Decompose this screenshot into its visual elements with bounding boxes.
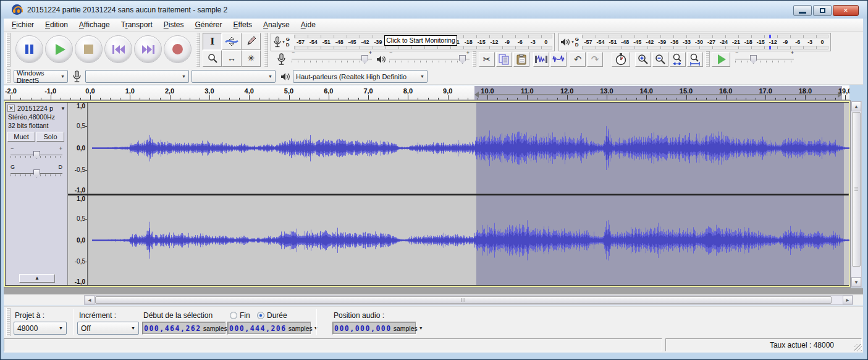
- zoom-in-button[interactable]: [635, 52, 651, 67]
- record-button[interactable]: [164, 35, 192, 63]
- solo-button[interactable]: Solo: [36, 132, 64, 142]
- menu-item-effets[interactable]: Effets: [228, 19, 258, 30]
- ruler-tick: [686, 95, 687, 100]
- gain-thumb[interactable]: [33, 151, 40, 159]
- output-device-select[interactable]: Haut-parleurs (Realtek High Definitio▼: [293, 70, 428, 83]
- amplitude-label: 1,0: [77, 103, 85, 109]
- transport-toolbar-grabber[interactable]: [6, 33, 11, 67]
- audio-position-counter[interactable]: 000,000,000samples▼: [332, 322, 416, 335]
- scroll-up-icon[interactable]: ▲: [851, 101, 861, 111]
- pause-button[interactable]: [15, 35, 43, 63]
- input-channels-select[interactable]: ▼: [192, 70, 276, 83]
- play-at-speed-button[interactable]: [712, 52, 730, 67]
- output-volume-slider[interactable]: −+: [389, 55, 470, 64]
- title-bar[interactable]: 20151224 partie 20131224 sans aucun trai…: [1, 1, 867, 19]
- menu-item-générer[interactable]: Générer: [189, 19, 227, 30]
- menu-item-transport[interactable]: Transport: [116, 19, 158, 30]
- copy-button[interactable]: [496, 52, 512, 67]
- restore-button[interactable]: [813, 5, 832, 16]
- horizontal-scroll-thumb[interactable]: [95, 296, 832, 304]
- minus-label: −: [735, 49, 738, 56]
- menu-item-aide[interactable]: Aide: [295, 19, 321, 30]
- stop-button[interactable]: [75, 35, 103, 63]
- vertical-scale-right-channel[interactable]: 1,00,50,0-0,5-1,0: [68, 195, 88, 285]
- meter-dropdown-icon[interactable]: ▼: [571, 40, 575, 44]
- speaker-icon: [560, 38, 570, 46]
- skip-to-end-button[interactable]: [134, 35, 162, 63]
- audio-host-select[interactable]: Windows DirectS▼: [14, 70, 68, 83]
- skip-to-start-button[interactable]: [104, 35, 132, 63]
- vertical-scale-left-channel[interactable]: 1,00,50,0-0,5-1,0: [68, 103, 88, 194]
- project-rate-select[interactable]: 48000▼: [14, 322, 67, 335]
- waveform-left-channel[interactable]: [88, 103, 849, 194]
- ruler-tick: [61, 98, 61, 100]
- selection-toolbar-grabber[interactable]: [6, 308, 11, 336]
- track-menu-icon[interactable]: ▼: [61, 106, 65, 111]
- menu-item-analyse[interactable]: Analyse: [258, 19, 295, 30]
- monitoring-tooltip[interactable]: Click to Start Monitoring: [384, 35, 457, 46]
- fit-selection-button[interactable]: [670, 52, 686, 67]
- input-device-select[interactable]: ▼: [85, 70, 189, 83]
- edit-toolbar-grabber[interactable]: [472, 51, 476, 67]
- track-collapse-button[interactable]: ▲: [19, 274, 55, 283]
- resize-grip[interactable]: [854, 344, 862, 351]
- fit-project-button[interactable]: [687, 52, 703, 67]
- zoom-out-button[interactable]: [652, 52, 668, 67]
- menu-item-fichier[interactable]: Fichier: [6, 19, 40, 30]
- transcription-toolbar-grabber[interactable]: [706, 51, 710, 67]
- cut-button[interactable]: ✂: [479, 52, 495, 67]
- scroll-right-icon[interactable]: ►: [843, 296, 853, 304]
- minimize-button[interactable]: [793, 5, 812, 16]
- db-tick-label: -45: [631, 38, 644, 46]
- ruler-label: 15.0: [676, 87, 697, 95]
- selection-tool-button[interactable]: I: [203, 33, 222, 50]
- timeshift-tool-button[interactable]: ↔: [222, 50, 241, 67]
- timer-record-button[interactable]: [612, 52, 630, 67]
- meter-dropdown-icon[interactable]: ▼: [282, 40, 285, 44]
- meter-toolbar-grabber[interactable]: [264, 33, 268, 67]
- track-close-button[interactable]: ✕: [7, 105, 15, 112]
- menu-item-affichage[interactable]: Affichage: [74, 19, 116, 30]
- envelope-tool-button[interactable]: [222, 33, 241, 50]
- play-button[interactable]: [45, 35, 73, 63]
- gain-slider[interactable]: −+: [11, 150, 62, 159]
- scroll-down-icon[interactable]: ▼: [851, 277, 861, 287]
- tools-toolbar-grabber[interactable]: [196, 33, 200, 67]
- horizontal-scrollbar[interactable]: ◄ ►: [84, 295, 853, 305]
- menu-item-edition[interactable]: Edition: [40, 19, 74, 30]
- undo-button[interactable]: ↶: [570, 52, 586, 67]
- ruler-tick: [617, 98, 617, 100]
- redo-button[interactable]: ↷: [587, 52, 603, 67]
- zoom-tool-button[interactable]: [203, 50, 222, 67]
- scroll-left-icon[interactable]: ◄: [85, 296, 95, 304]
- selection-end-radio[interactable]: [230, 312, 237, 319]
- trim-audio-button[interactable]: [533, 52, 549, 67]
- close-button[interactable]: ✕: [833, 5, 859, 16]
- selection-length-radio[interactable]: [257, 312, 264, 319]
- menu-item-pistes[interactable]: Pistes: [158, 19, 190, 30]
- draw-tool-button[interactable]: [242, 33, 261, 50]
- selection-end-radio-label[interactable]: Fin: [240, 311, 250, 320]
- selection-start-counter[interactable]: 000,464,262samples▼: [142, 322, 226, 335]
- vertical-scrollbar[interactable]: ▲ ▼: [851, 101, 862, 288]
- track-title[interactable]: 20151224 p: [17, 105, 53, 112]
- multi-tool-button[interactable]: ✳: [242, 50, 261, 67]
- audacity-window: 20151224 partie 20131224 sans aucun trai…: [0, 0, 868, 360]
- input-volume-slider[interactable]: −+: [292, 55, 372, 64]
- pan-thumb[interactable]: [33, 169, 40, 178]
- db-tick-label: -9: [501, 38, 514, 46]
- selection-length-counter[interactable]: 000,444,206samples▼: [227, 322, 311, 335]
- paste-button[interactable]: [513, 52, 529, 67]
- mute-button[interactable]: Muet: [7, 132, 35, 142]
- snap-select[interactable]: Off▼: [77, 322, 139, 335]
- timeline-ruler[interactable]: -2,0-1,00,01,02,03,04,05,06,07,08,09,010…: [4, 85, 849, 100]
- playback-meter[interactable]: ▼ GD -57-54-51-48-45-42-39-36-33-30-27-2…: [558, 33, 831, 51]
- vertical-scroll-thumb[interactable]: [852, 112, 861, 267]
- pan-slider[interactable]: GD: [11, 169, 62, 178]
- device-toolbar-grabber[interactable]: [6, 69, 11, 83]
- minus-label: −: [389, 49, 392, 56]
- selection-length-radio-label[interactable]: Durée: [267, 311, 287, 320]
- playback-speed-slider[interactable]: −+: [735, 55, 794, 64]
- waveform-right-channel[interactable]: [88, 195, 849, 285]
- silence-audio-button[interactable]: [550, 52, 567, 67]
